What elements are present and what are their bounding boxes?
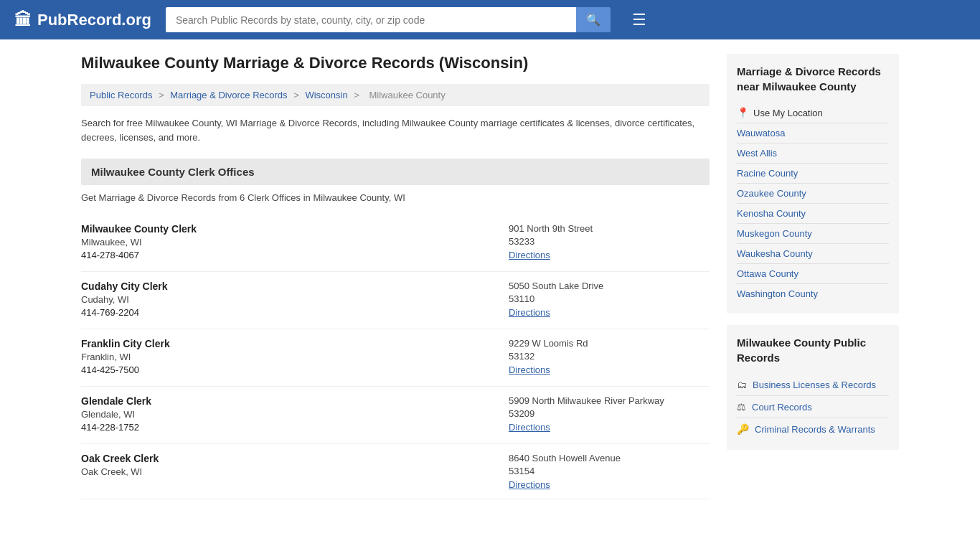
site-logo[interactable]: 🏛 PubRecord.org xyxy=(14,10,151,30)
public-record-icon-0: 🗂 xyxy=(737,379,747,390)
public-record-item-1[interactable]: ⚖ Court Records xyxy=(737,396,889,418)
office-directions-0[interactable]: Directions xyxy=(509,250,550,260)
nearby-section-title: Marriage & Divorce Records near Milwauke… xyxy=(737,64,889,94)
office-directions-1[interactable]: Directions xyxy=(509,307,550,318)
office-city-4: Oak Creek, WI xyxy=(81,466,509,477)
site-header: 🏛 PubRecord.org 🔍 ☰ xyxy=(0,0,980,39)
search-bar: 🔍 xyxy=(166,7,611,32)
nearby-location-5[interactable]: Muskegon County xyxy=(737,224,889,244)
nearby-location-3[interactable]: Ozaukee County xyxy=(737,184,889,204)
office-right-1: 5050 South Lake Drive 53110 Directions xyxy=(509,281,710,320)
office-name-2: Franklin City Clerk xyxy=(81,338,509,349)
sidebar: Marriage & Divorce Records near Milwauke… xyxy=(727,54,899,499)
nearby-location-2[interactable]: Racine County xyxy=(737,164,889,184)
clerk-section-note: Get Marriage & Divorce Records from 6 Cl… xyxy=(81,192,710,203)
logo-text: PubRecord.org xyxy=(37,11,151,29)
office-name-0: Milwaukee County Clerk xyxy=(81,223,509,235)
breadcrumb-sep-1: > xyxy=(159,90,166,100)
office-city-1: Cudahy, WI xyxy=(81,294,509,305)
public-records-section: Milwaukee County Public Records 🗂 Busine… xyxy=(727,325,899,450)
menu-button[interactable]: ☰ xyxy=(632,11,646,29)
main-container: Milwaukee County Marriage & Divorce Reco… xyxy=(60,39,920,514)
office-phone-2: 414-425-7500 xyxy=(81,364,509,375)
breadcrumb: Public Records > Marriage & Divorce Reco… xyxy=(81,84,710,106)
office-left-0: Milwaukee County Clerk Milwaukee, WI 414… xyxy=(81,223,509,263)
content-area: Milwaukee County Marriage & Divorce Reco… xyxy=(81,54,710,499)
public-record-item-2[interactable]: 🔑 Criminal Records & Warrants xyxy=(737,418,889,440)
nearby-location-0[interactable]: Wauwatosa xyxy=(737,123,889,143)
office-address-0: 901 North 9th Street xyxy=(509,223,710,234)
nearby-locations-list: WauwatosaWest AllisRacine CountyOzaukee … xyxy=(737,123,889,303)
breadcrumb-sep-3: > xyxy=(354,90,362,100)
office-phone-3: 414-228-1752 xyxy=(81,422,509,433)
office-entry: Glendale Clerk Glendale, WI 414-228-1752… xyxy=(81,387,710,444)
office-address-2: 9229 W Loomis Rd xyxy=(509,338,710,349)
office-zip-0: 53233 xyxy=(509,236,710,247)
office-phone-0: 414-278-4067 xyxy=(81,250,509,260)
office-directions-4[interactable]: Directions xyxy=(509,479,550,490)
office-name-4: Oak Creek Clerk xyxy=(81,453,509,464)
office-city-3: Glendale, WI xyxy=(81,409,509,420)
office-left-3: Glendale Clerk Glendale, WI 414-228-1752 xyxy=(81,395,509,435)
search-input[interactable] xyxy=(166,7,576,32)
office-entry: Oak Creek Clerk Oak Creek, WI 8640 South… xyxy=(81,444,710,499)
public-records-title: Milwaukee County Public Records xyxy=(737,335,889,365)
office-name-3: Glendale Clerk xyxy=(81,395,509,407)
nearby-location-1[interactable]: West Allis xyxy=(737,143,889,164)
office-entry: Cudahy City Clerk Cudahy, WI 414-769-220… xyxy=(81,272,710,329)
public-records-list: 🗂 Business Licenses & Records ⚖ Court Re… xyxy=(737,374,889,440)
page-description: Search for free Milwaukee County, WI Mar… xyxy=(81,116,710,144)
office-left-2: Franklin City Clerk Franklin, WI 414-425… xyxy=(81,338,509,377)
nearby-section: Marriage & Divorce Records near Milwauke… xyxy=(727,54,899,314)
breadcrumb-link-marriage-records[interactable]: Marriage & Divorce Records xyxy=(170,90,287,100)
breadcrumb-link-wisconsin[interactable]: Wisconsin xyxy=(305,90,347,100)
office-right-0: 901 North 9th Street 53233 Directions xyxy=(509,223,710,263)
search-button[interactable]: 🔍 xyxy=(576,7,611,32)
office-city-2: Franklin, WI xyxy=(81,352,509,362)
office-left-4: Oak Creek Clerk Oak Creek, WI xyxy=(81,453,509,490)
nearby-location-6[interactable]: Waukesha County xyxy=(737,244,889,264)
use-my-location[interactable]: 📍 Use My Location xyxy=(737,103,889,123)
breadcrumb-sep-2: > xyxy=(293,90,301,100)
search-icon: 🔍 xyxy=(586,14,600,26)
location-icon: 📍 xyxy=(737,107,749,118)
breadcrumb-link-public-records[interactable]: Public Records xyxy=(90,90,152,100)
office-zip-2: 53132 xyxy=(509,351,710,362)
office-address-3: 5909 North Milwaukee River Parkway xyxy=(509,395,710,406)
offices-list: Milwaukee County Clerk Milwaukee, WI 414… xyxy=(81,215,710,499)
logo-icon: 🏛 xyxy=(14,10,32,30)
nearby-location-7[interactable]: Ottawa County xyxy=(737,264,889,284)
office-left-1: Cudahy City Clerk Cudahy, WI 414-769-220… xyxy=(81,281,509,320)
office-right-3: 5909 North Milwaukee River Parkway 53209… xyxy=(509,395,710,435)
office-right-4: 8640 South Howell Avenue 53154 Direction… xyxy=(509,453,710,490)
office-right-2: 9229 W Loomis Rd 53132 Directions xyxy=(509,338,710,377)
office-zip-1: 53110 xyxy=(509,293,710,304)
office-directions-3[interactable]: Directions xyxy=(509,422,550,433)
public-record-label-1: Court Records xyxy=(752,402,812,413)
office-address-1: 5050 South Lake Drive xyxy=(509,281,710,291)
nearby-location-8[interactable]: Washington County xyxy=(737,284,889,303)
office-address-4: 8640 South Howell Avenue xyxy=(509,453,710,463)
office-entry: Franklin City Clerk Franklin, WI 414-425… xyxy=(81,329,710,387)
office-name-1: Cudahy City Clerk xyxy=(81,281,509,292)
public-record-label-0: Business Licenses & Records xyxy=(753,380,876,390)
nearby-location-4[interactable]: Kenosha County xyxy=(737,204,889,224)
office-entry: Milwaukee County Clerk Milwaukee, WI 414… xyxy=(81,215,710,272)
public-record-icon-2: 🔑 xyxy=(737,423,749,435)
office-zip-3: 53209 xyxy=(509,408,710,419)
office-zip-4: 53154 xyxy=(509,466,710,476)
public-record-label-2: Criminal Records & Warrants xyxy=(755,424,875,435)
use-location-label: Use My Location xyxy=(753,108,823,118)
page-title: Milwaukee County Marriage & Divorce Reco… xyxy=(81,54,710,72)
public-record-item-0[interactable]: 🗂 Business Licenses & Records xyxy=(737,374,889,396)
office-phone-1: 414-769-2204 xyxy=(81,307,509,318)
office-city-0: Milwaukee, WI xyxy=(81,237,509,248)
breadcrumb-current: Milwaukee County xyxy=(369,90,446,100)
clerk-section-header: Milwaukee County Clerk Offices xyxy=(81,159,710,185)
public-record-icon-1: ⚖ xyxy=(737,401,746,413)
office-directions-2[interactable]: Directions xyxy=(509,364,550,375)
